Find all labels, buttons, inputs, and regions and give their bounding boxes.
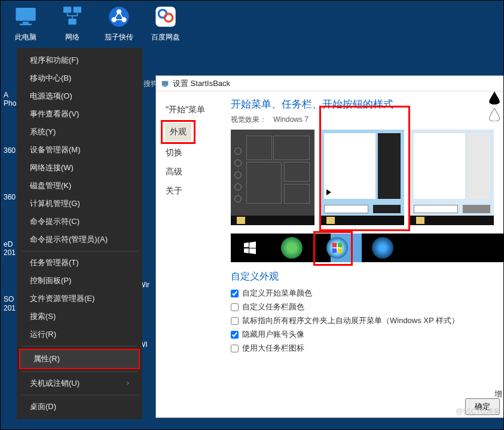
ctx-separator [22,395,138,395]
svg-rect-3 [63,7,71,13]
ctx-separator [22,251,138,251]
desktop-icon-network[interactable]: 网络 [55,4,90,42]
settings-sidebar: "开始"菜单 外观 切换 高级 关于 [156,91,231,417]
winx-context-menu: 程序和功能(F) 移动中心(B) 电源选项(O) 事件查看器(V) 系统(Y) … [17,48,142,419]
section-heading: 自定义外观 [231,271,501,283]
ctx-device-manager[interactable]: 设备管理器(M) [17,141,142,159]
ctx-shutdown-signout[interactable]: 关机或注销(U)› [17,374,142,392]
network-icon [59,4,85,30]
ctx-cmd[interactable]: 命令提示符(C) [17,213,142,231]
desktop-icon-shareit[interactable]: 茄子快传 [102,4,136,42]
desktop-icon-baidu[interactable]: 百度网盘 [148,4,183,42]
start-orb-row [231,234,503,262]
style-thumb-dark[interactable] [231,130,314,225]
style-thumb-alt[interactable] [410,130,494,225]
desktop-label: 网络 [65,32,80,42]
desktop-icons: 此电脑 网络 茄子快传 百度网盘 [8,4,183,42]
ctx-power-options[interactable]: 电源选项(O) [17,87,142,105]
annotation-highlight: 外观 [161,120,196,144]
style-thumb-win7[interactable] [320,130,404,225]
app-icon [161,79,169,88]
ctx-control-panel[interactable]: 控制面板(P) [17,272,142,290]
svg-point-7 [117,10,121,14]
sidebar-switching[interactable]: 切换 [161,144,231,162]
ctx-programs-features[interactable]: 程序和功能(F) [17,51,142,69]
ctx-properties[interactable]: 属性(R) [20,350,139,368]
customize-checks: 自定义开始菜单颜色 自定义任务栏颜色 鼠标指向所有程序文件夹上自动展开菜单（Wi… [231,288,501,354]
svg-rect-0 [16,8,35,21]
desktop-label: 百度网盘 [151,32,180,42]
ctx-event-viewer[interactable]: 事件查看器(V) [17,105,142,123]
svg-rect-4 [74,7,81,13]
ctx-mobility-center[interactable]: 移动中心(B) [17,69,142,87]
check-hide-avatar[interactable]: 隐藏用户账号头像 [231,329,501,340]
start-orb-green[interactable] [281,237,303,259]
sidebar-advanced[interactable]: 高级 [161,163,231,181]
check-custom-taskbar-color[interactable]: 自定义任务栏颜色 [231,302,501,312]
baidu-icon [152,4,179,30]
svg-rect-13 [162,81,169,85]
ctx-task-manager[interactable]: 任务管理器(T) [17,254,142,272]
svg-rect-1 [23,22,29,23]
watermark: @51CTO博客 [456,407,500,417]
left-partial-icons: A Pho 360 360 eD 201 SO 201 [4,91,16,312]
ctx-network-connections[interactable]: 网络连接(W) [17,159,142,177]
sidebar-start-menu[interactable]: "开始"菜单 [161,101,231,119]
svg-rect-2 [20,24,32,26]
desktop-label: 此电脑 [15,32,36,42]
ctx-disk-management[interactable]: 磁盘管理(K) [17,177,142,195]
start-orb-blue[interactable] [372,237,393,259]
svg-rect-14 [163,85,166,87]
check-hover-expand[interactable]: 鼠标指向所有程序文件夹上自动展开菜单（Windows XP 样式） [231,315,501,326]
check-custom-menu-color[interactable]: 自定义开始菜单颜色 [231,288,501,299]
page-heading: 开始菜单、任务栏、开始按钮的样式 [231,97,501,111]
visual-effect-row: 视觉效果： Windows 7 [231,115,501,125]
desktop-icon-pc[interactable]: 此电脑 [8,4,43,42]
ctx-computer-management[interactable]: 计算机管理(G) [17,195,142,213]
ctx-separator [22,371,138,372]
ctx-desktop[interactable]: 桌面(D) [17,398,142,416]
pc-icon [13,4,39,30]
check-large-taskbar-icons[interactable]: 使用大任务栏图标 [231,343,501,354]
ctx-system[interactable]: 系统(Y) [17,123,142,141]
settings-content: 开始菜单、任务栏、开始按钮的样式 视觉效果： Windows 7 [231,91,503,417]
color-drop-icon[interactable] [489,108,500,121]
ctx-search[interactable]: 搜索(S) [17,308,142,325]
startisback-settings-window: 设置 StartIsBack "开始"菜单 外观 切换 高级 关于 开始菜单、任… [155,75,504,418]
sidebar-appearance[interactable]: 外观 [165,123,191,141]
svg-rect-5 [68,19,76,24]
titlebar[interactable]: 设置 StartIsBack [156,76,503,91]
sidebar-about[interactable]: 关于 [161,182,231,200]
chevron-right-icon: › [127,378,129,387]
ctx-cmd-admin[interactable]: 命令提示符(管理员)(A) [17,231,142,248]
annotation-highlight: 属性(R) [19,349,140,369]
color-drop-icon[interactable] [489,91,500,105]
win10-logo-icon[interactable] [243,241,257,255]
shareit-icon [106,4,132,30]
style-thumbnails [231,130,501,225]
ctx-file-explorer[interactable]: 文件资源管理器(E) [17,290,142,308]
desktop-label: 茄子快传 [105,32,133,42]
ctx-separator [22,346,138,346]
start-orb-win7[interactable] [326,237,348,259]
window-title: 设置 StartIsBack [173,78,230,89]
ctx-run[interactable]: 运行(R) [17,325,142,343]
